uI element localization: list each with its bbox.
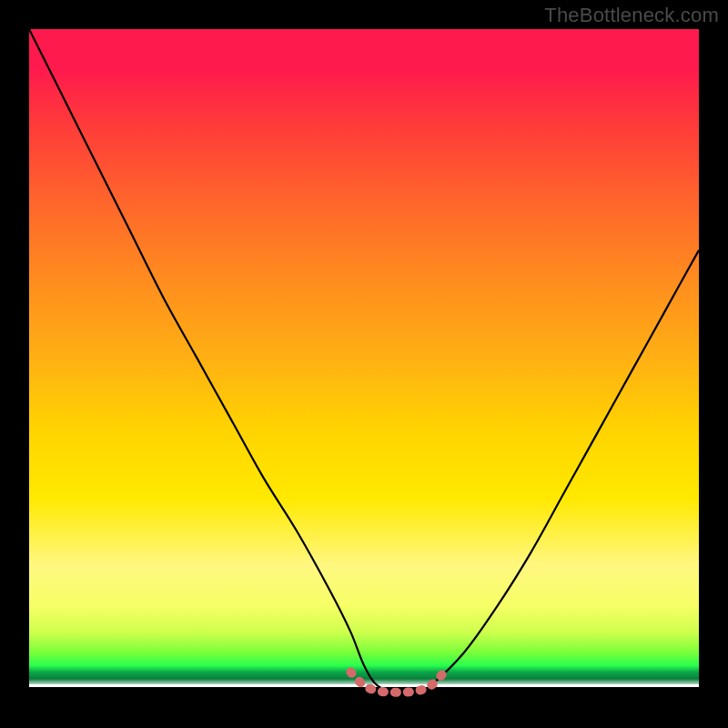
chart-frame: TheBottleneck.com: [0, 0, 728, 728]
watermark-text: TheBottleneck.com: [544, 4, 719, 27]
bottleneck-curve: [29, 29, 699, 693]
optimal-marker: [350, 672, 444, 693]
plot-area: [29, 29, 699, 699]
curves-svg: [29, 29, 699, 699]
